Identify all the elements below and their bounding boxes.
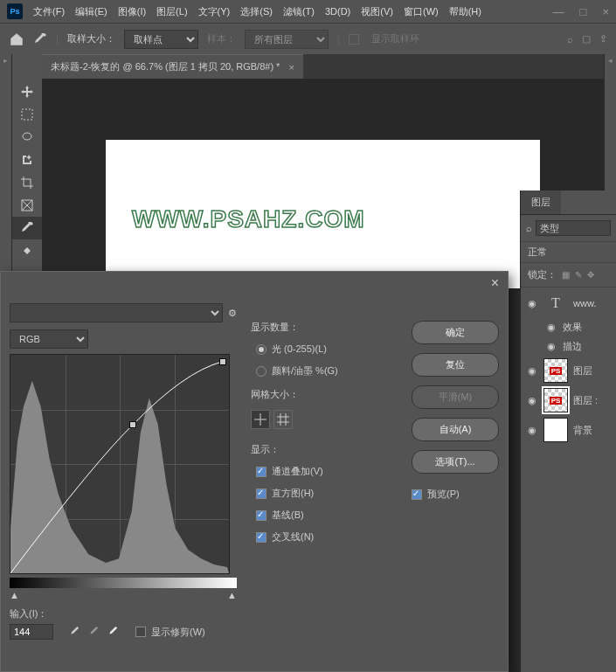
channel-overlay-checkbox[interactable]: 通道叠加(V) (251, 465, 398, 478)
pigment-radio[interactable]: 颜料/油墨 %(G) (251, 364, 398, 378)
show-clip-label: 显示修剪(W) (151, 626, 205, 639)
share-icon[interactable]: ⇪ (599, 33, 607, 45)
crop-tool[interactable] (12, 171, 42, 194)
ok-button[interactable]: 确定 (412, 321, 499, 344)
display-amount-label: 显示数量： (251, 321, 398, 334)
search-icon: ⌕ (526, 223, 532, 233)
eyedropper-tool[interactable] (12, 217, 42, 239)
close-button[interactable]: × (602, 5, 609, 18)
reset-button[interactable]: 复位 (412, 353, 499, 377)
auto-button[interactable]: 自动(A) (412, 418, 499, 441)
histogram (10, 355, 229, 573)
grid-size-label: 网格大小： (251, 388, 398, 401)
sample-size-select[interactable]: 取样点 (124, 30, 198, 49)
checkbox-icon (256, 532, 266, 543)
options-button[interactable]: 选项(T)... (412, 450, 499, 474)
menu-layer[interactable]: 图层(L) (156, 5, 187, 18)
white-slider[interactable]: ▲ (227, 590, 237, 600)
radio-icon (256, 344, 266, 355)
svg-rect-0 (22, 109, 32, 120)
curve-point[interactable] (129, 421, 136, 428)
black-dropper-icon[interactable] (67, 626, 80, 638)
layer-filter-input[interactable] (536, 220, 611, 236)
checkbox-icon (256, 488, 266, 499)
input-value-field[interactable] (10, 624, 53, 640)
lock-move-icon[interactable]: ✥ (587, 270, 594, 280)
intersection-checkbox[interactable]: 交叉线(N) (251, 530, 398, 544)
marquee-tool[interactable] (12, 103, 42, 126)
preview-checkbox[interactable]: 预览(P) (412, 488, 499, 501)
menu-3d[interactable]: 3D(D) (325, 6, 350, 17)
baseline-label: 基线(B) (272, 509, 304, 522)
layer-name: www. (573, 298, 596, 308)
menu-edit[interactable]: 编辑(E) (75, 5, 107, 18)
channel-overlay-label: 通道叠加(V) (272, 465, 323, 478)
menu-view[interactable]: 视图(V) (361, 5, 393, 18)
grid-large-button[interactable] (273, 410, 293, 429)
lock-pixels-icon[interactable]: ▦ (562, 270, 570, 280)
lock-brush-icon[interactable]: ✎ (575, 270, 582, 280)
wand-tool[interactable] (12, 149, 42, 171)
menu-filter[interactable]: 滤镜(T) (283, 5, 315, 18)
sample-select[interactable]: 所有图层 (245, 30, 329, 49)
lasso-tool[interactable] (12, 126, 42, 149)
watermark-text: WWW.PSAHZ.COM (132, 205, 365, 233)
layer-item-selected[interactable]: ◉ PS 图层 : (521, 385, 616, 415)
home-icon[interactable] (9, 31, 24, 47)
layer-effects[interactable]: ◉ 效果 (521, 317, 616, 336)
curve-point[interactable] (219, 358, 226, 365)
layer-item[interactable]: ◉ PS 图层 (521, 356, 616, 385)
menu-select[interactable]: 选择(S) (240, 5, 273, 18)
tab-close-icon[interactable]: × (288, 62, 294, 73)
blend-mode-select[interactable]: 正常 (521, 241, 616, 263)
black-slider[interactable]: ▲ (10, 590, 19, 600)
show-clip-checkbox[interactable] (135, 627, 146, 637)
show-ring-checkbox[interactable] (349, 34, 359, 45)
menu-image[interactable]: 图像(I) (118, 5, 146, 18)
checkbox-icon (256, 467, 266, 477)
gear-icon[interactable]: ⚙ (228, 308, 237, 319)
layer-name: 背景 (573, 424, 592, 437)
light-radio[interactable]: 光 (0-255)(L) (251, 343, 398, 356)
move-tool[interactable] (12, 80, 42, 103)
layer-item[interactable]: ◉ T www. (521, 289, 616, 317)
menu-type[interactable]: 文字(Y) (198, 5, 231, 18)
layer-item-background[interactable]: ◉ 背景 (521, 415, 616, 445)
channel-select[interactable]: RGB (10, 329, 88, 349)
minimize-button[interactable]: — (553, 5, 564, 18)
document-tabs: 未标题-2-恢复的 @ 66.7% (图层 1 拷贝 20, RGB/8#) *… (42, 54, 604, 79)
baseline-checkbox[interactable]: 基线(B) (251, 509, 398, 522)
histogram-checkbox[interactable]: 直方图(H) (251, 487, 398, 500)
frame-tool[interactable] (12, 194, 42, 217)
gray-dropper-icon[interactable] (87, 626, 99, 638)
search-icon[interactable]: ⌕ (567, 34, 573, 45)
visibility-icon[interactable]: ◉ (545, 322, 557, 333)
sample-label: 样本： (207, 32, 236, 45)
intersection-label: 交叉线(N) (272, 530, 314, 544)
layers-panel: 图层 ⌕ 正常 锁定： ▦ ✎ ✥ ◉ T www. ◉ 效果 ◉ 描边 ◉ P… (520, 191, 616, 672)
layer-effect-stroke[interactable]: ◉ 描边 (521, 336, 616, 356)
visibility-icon[interactable]: ◉ (526, 298, 538, 309)
light-label: 光 (0-255)(L) (272, 343, 327, 356)
checkbox-icon (256, 510, 266, 521)
canvas[interactable]: WWW.PSAHZ.COM (106, 140, 540, 288)
document-tab[interactable]: 未标题-2-恢复的 @ 66.7% (图层 1 拷贝 20, RGB/8#) *… (42, 54, 303, 79)
sample-size-label: 取样大小： (67, 32, 115, 45)
grid-small-button[interactable] (251, 410, 270, 429)
visibility-icon[interactable]: ◉ (526, 425, 538, 436)
layers-tab[interactable]: 图层 (521, 191, 561, 214)
layer-thumbnail: PS (543, 358, 568, 383)
visibility-icon[interactable]: ◉ (526, 365, 538, 377)
maximize-button[interactable]: □ (580, 5, 587, 18)
white-dropper-icon[interactable] (106, 626, 118, 638)
visibility-icon[interactable]: ◉ (545, 341, 557, 352)
menu-window[interactable]: 窗口(W) (404, 5, 439, 18)
preset-select[interactable] (10, 303, 223, 322)
visibility-icon[interactable]: ◉ (526, 395, 538, 406)
dialog-close-icon[interactable]: × (491, 275, 499, 291)
menu-file[interactable]: 文件(F) (33, 5, 65, 18)
heal-tool[interactable] (12, 239, 42, 262)
frame-icon[interactable]: ▢ (582, 33, 591, 45)
curves-graph[interactable] (10, 354, 230, 574)
menu-help[interactable]: 帮助(H) (449, 5, 481, 18)
